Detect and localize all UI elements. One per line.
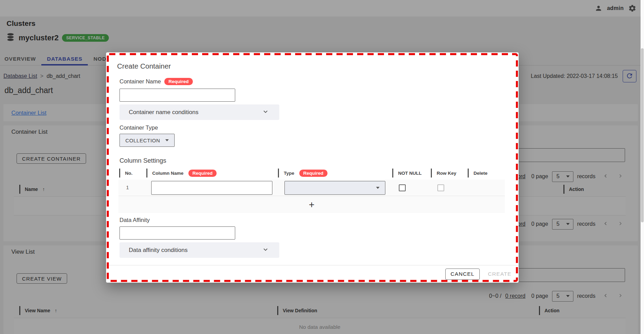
container-name-label-row: Container Name Required [120, 78, 193, 85]
caret-down-icon [376, 187, 380, 189]
col-column-name-label: Column Name [152, 171, 184, 176]
col-header-row-key: Row Key [431, 169, 456, 178]
col-delete-label: Delete [474, 171, 488, 176]
required-badge: Required [164, 78, 193, 85]
col-header-delete: Delete [468, 169, 488, 178]
data-affinity-conditions-expander[interactable]: Data affinity conditions [120, 242, 279, 258]
column-settings-header: No. Column Name Required Type Required N… [106, 169, 519, 178]
container-name-conditions-expander[interactable]: Container name conditions [120, 104, 279, 120]
chevron-down-icon [262, 108, 269, 117]
col-header-column-name: Column Name Required [146, 169, 217, 178]
column-divider [146, 169, 147, 178]
cancel-button[interactable]: CANCEL [445, 269, 479, 280]
not-null-checkbox[interactable] [399, 184, 406, 191]
container-name-label: Container Name [120, 78, 161, 85]
data-affinity-label: Data Affinity [120, 217, 150, 223]
container-type-select[interactable]: COLLECTION [120, 134, 175, 147]
col-not-null-label: NOT NULL [398, 171, 422, 176]
dialog-title: Create Container [117, 62, 171, 70]
caret-down-icon [165, 139, 169, 141]
data-affinity-input[interactable] [120, 226, 235, 240]
column-divider [431, 169, 432, 178]
scrollbar-thumb[interactable] [641, 48, 644, 222]
create-button[interactable]: CREATE [487, 271, 513, 277]
row-key-checkbox[interactable] [437, 184, 444, 191]
container-name-input[interactable] [120, 89, 235, 102]
container-type-value: COLLECTION [125, 138, 160, 143]
column-divider [278, 169, 279, 178]
col-header-type: Type Required [278, 169, 328, 178]
plus-icon[interactable]: + [309, 200, 314, 210]
screen: admin Clusters mycluster2 SERVICE_STABLE… [0, 0, 644, 334]
column-divider [468, 169, 469, 178]
add-column-row: + [118, 196, 505, 213]
required-badge: Required [188, 170, 217, 177]
expander-label: Container name conditions [129, 109, 198, 116]
container-type-label: Container Type [120, 124, 158, 131]
dialog-footer: CANCEL CREATE [106, 265, 519, 283]
col-header-no: No. [119, 169, 133, 178]
chevron-down-icon [262, 246, 269, 254]
column-settings-label: Column Settings [120, 157, 166, 164]
col-row-key-label: Row Key [437, 171, 456, 176]
column-divider [392, 169, 393, 178]
col-header-not-null: NOT NULL [392, 169, 422, 178]
column-divider [119, 169, 120, 178]
row-number: 1 [126, 184, 129, 190]
col-no-label: No. [125, 171, 133, 176]
column-type-select[interactable] [284, 181, 385, 195]
create-container-dialog: Create Container Container Name Required… [106, 52, 519, 283]
scrollbar-track[interactable] [641, 0, 644, 334]
column-name-input[interactable] [151, 181, 272, 195]
column-row-1: 1 [118, 180, 505, 196]
expander-label: Data affinity conditions [129, 247, 188, 254]
col-type-label: Type [284, 171, 294, 176]
required-badge: Required [299, 170, 328, 177]
